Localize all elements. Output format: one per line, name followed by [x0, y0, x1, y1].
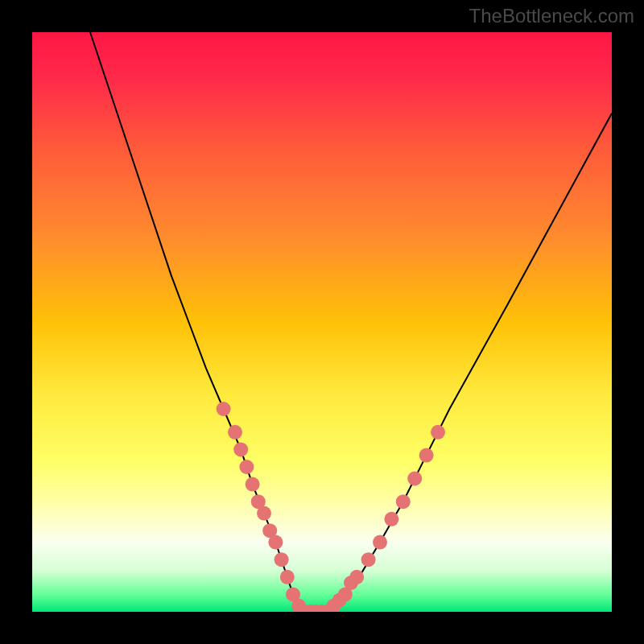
curve-layer	[32, 32, 612, 612]
sample-dot	[268, 535, 283, 550]
sample-dot	[246, 477, 260, 492]
sample-dot	[431, 425, 445, 440]
watermark-text: TheBottleneck.com	[469, 5, 634, 27]
sample-dot	[228, 425, 242, 440]
sample-dot	[280, 570, 295, 584]
sample-dot	[275, 552, 289, 567]
sample-dot	[361, 552, 376, 567]
bottleneck-curve	[90, 32, 612, 612]
sample-dot	[257, 506, 271, 521]
sample-dot	[373, 535, 387, 550]
sample-dot	[396, 494, 411, 509]
sample-dot	[384, 512, 398, 526]
sample-dot	[407, 471, 422, 485]
sample-dots-group	[217, 402, 445, 612]
sample-dot	[217, 402, 231, 416]
plot-area	[32, 32, 612, 612]
sample-dot	[239, 460, 254, 474]
sample-dot	[349, 570, 364, 584]
sample-dot	[233, 442, 248, 456]
sample-dot	[419, 448, 434, 463]
